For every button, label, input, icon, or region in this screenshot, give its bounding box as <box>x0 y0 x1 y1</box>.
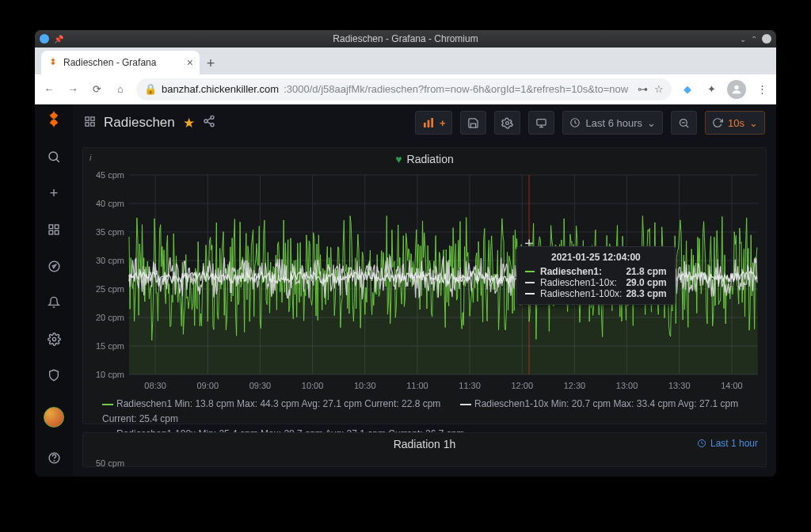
svg-rect-22 <box>428 120 430 127</box>
svg-rect-13 <box>91 117 94 120</box>
help-icon[interactable] <box>43 446 65 469</box>
browser-tabstrip: Radieschen - Grafana × + <box>35 48 776 74</box>
chart-area[interactable]: 10 cpm15 cpm20 cpm25 cpm30 cpm35 cpm40 c… <box>83 170 766 393</box>
window-close-icon[interactable] <box>762 34 771 44</box>
extensions-button[interactable]: ✦ <box>703 82 719 97</box>
explore-icon[interactable] <box>43 255 65 277</box>
svg-point-16 <box>211 116 214 119</box>
browser-tab[interactable]: Radieschen - Grafana × <box>41 51 200 74</box>
configuration-icon[interactable] <box>43 328 65 350</box>
chevron-down-icon: ⌄ <box>749 117 758 129</box>
svg-point-18 <box>211 123 214 126</box>
svg-marker-8 <box>52 264 55 268</box>
svg-point-9 <box>52 337 55 340</box>
svg-text:15 cpm: 15 cpm <box>96 341 124 351</box>
panel-title-text: Radiation 1h <box>394 438 456 450</box>
back-button[interactable]: ← <box>41 82 57 97</box>
tab-close-icon[interactable]: × <box>187 56 193 69</box>
svg-rect-23 <box>431 118 433 127</box>
svg-text:10:30: 10:30 <box>354 381 376 390</box>
time-range-label: Last 6 hours <box>585 117 642 129</box>
panel-title-text: Radiation <box>407 153 454 165</box>
svg-text:11:30: 11:30 <box>459 381 481 390</box>
chart-tooltip: 2021-01-25 12:04:00 Radieschen1: 21.8 cp… <box>516 246 676 305</box>
pin-icon: 📌 <box>54 35 63 44</box>
key-icon[interactable]: ⊶ <box>638 83 648 95</box>
refresh-interval-label: 10s <box>728 117 744 129</box>
panels-area: i ♥ Radiation 10 cpm15 cpm20 cpm25 cpm30… <box>73 141 776 477</box>
svg-text:13:00: 13:00 <box>616 381 638 390</box>
tab-title: Radieschen - Grafana <box>63 57 182 68</box>
svg-line-20 <box>207 122 211 124</box>
svg-rect-21 <box>424 123 426 127</box>
add-panel-button[interactable]: + <box>415 111 453 135</box>
alerting-icon[interactable] <box>43 291 65 314</box>
chromium-icon <box>40 34 49 44</box>
window-minimize-icon[interactable]: ⌄ <box>740 35 746 44</box>
window-title: Radieschen - Grafana - Chromium <box>333 33 478 44</box>
svg-rect-6 <box>55 230 59 234</box>
browser-toolbar: ← → ⟳ ⌂ 🔒 banzhaf.chickenkiller.com:3000… <box>35 74 776 104</box>
svg-point-0 <box>734 85 738 89</box>
svg-text:09:00: 09:00 <box>196 381 219 390</box>
star-icon[interactable]: ☆ <box>654 83 664 95</box>
profile-avatar[interactable] <box>727 80 746 99</box>
url-host: banzhaf.chickenkiller.com <box>162 83 279 95</box>
svg-text:35 cpm: 35 cpm <box>96 227 124 237</box>
zoom-out-button[interactable] <box>671 111 697 135</box>
new-tab-button[interactable]: + <box>200 52 222 74</box>
cycle-view-mode-button[interactable] <box>528 111 554 135</box>
home-button[interactable]: ⌂ <box>112 82 128 97</box>
forward-button[interactable]: → <box>65 82 81 97</box>
dashboard-settings-button[interactable] <box>494 111 520 135</box>
grafana-logo-icon[interactable] <box>43 109 65 131</box>
svg-text:09:30: 09:30 <box>249 381 272 390</box>
svg-text:13:30: 13:30 <box>668 381 691 390</box>
svg-rect-14 <box>86 123 89 126</box>
dashboard-topbar: Radieschen ★ + <box>73 104 776 141</box>
svg-text:30 cpm: 30 cpm <box>96 256 124 265</box>
heart-icon: ♥ <box>395 153 402 165</box>
create-icon[interactable]: + <box>43 182 65 204</box>
server-admin-icon[interactable] <box>43 364 65 386</box>
window-maximize-icon[interactable]: ⌃ <box>751 35 757 44</box>
svg-rect-3 <box>49 225 53 229</box>
kebab-menu-icon[interactable]: ⋮ <box>754 82 770 97</box>
panel-info-icon[interactable]: i <box>89 153 91 162</box>
svg-text:11:00: 11:00 <box>406 381 428 390</box>
refresh-picker[interactable]: 10s ⌄ <box>705 111 765 135</box>
favorite-star-icon[interactable]: ★ <box>183 115 195 131</box>
lock-icon: 🔒 <box>144 83 157 95</box>
svg-text:08:30: 08:30 <box>144 381 166 390</box>
panel-time-override: Last 1 hour <box>697 438 758 449</box>
dashboards-icon[interactable] <box>43 218 65 241</box>
user-avatar[interactable] <box>44 407 64 428</box>
svg-text:10 cpm: 10 cpm <box>96 370 124 379</box>
search-icon[interactable] <box>43 146 65 168</box>
chevron-down-icon: ⌄ <box>647 117 656 129</box>
dashboards-grid-icon[interactable] <box>84 116 96 130</box>
y-tick-label: 50 cpm <box>96 458 124 468</box>
tooltip-time: 2021-01-25 12:04:00 <box>525 252 667 263</box>
reload-button[interactable]: ⟳ <box>89 82 105 97</box>
svg-point-11 <box>54 460 55 461</box>
window-titlebar: 📌 Radieschen - Grafana - Chromium ⌄ ⌃ <box>35 30 776 48</box>
svg-rect-4 <box>55 225 59 229</box>
svg-rect-12 <box>86 117 89 120</box>
time-range-picker[interactable]: Last 6 hours ⌄ <box>562 111 663 135</box>
share-icon[interactable] <box>203 115 215 131</box>
panel-radiation[interactable]: i ♥ Radiation 10 cpm15 cpm20 cpm25 cpm30… <box>82 147 767 424</box>
save-dashboard-button[interactable] <box>460 111 486 135</box>
svg-text:45 cpm: 45 cpm <box>96 170 124 180</box>
svg-line-30 <box>686 125 688 127</box>
svg-point-17 <box>204 120 208 123</box>
address-bar[interactable]: 🔒 banzhaf.chickenkiller.com:3000/d/j58aa… <box>136 78 672 101</box>
extension-icon[interactable]: ◆ <box>680 82 695 97</box>
dashboard-title[interactable]: Radieschen <box>104 115 175 131</box>
svg-text:14:00: 14:00 <box>721 381 743 390</box>
svg-text:12:30: 12:30 <box>564 381 586 390</box>
svg-line-2 <box>56 159 59 162</box>
panel-radiation-1h[interactable]: Radiation 1h Last 1 hour 50 cpm <box>82 432 767 467</box>
svg-line-19 <box>207 118 211 120</box>
svg-rect-25 <box>537 119 546 125</box>
